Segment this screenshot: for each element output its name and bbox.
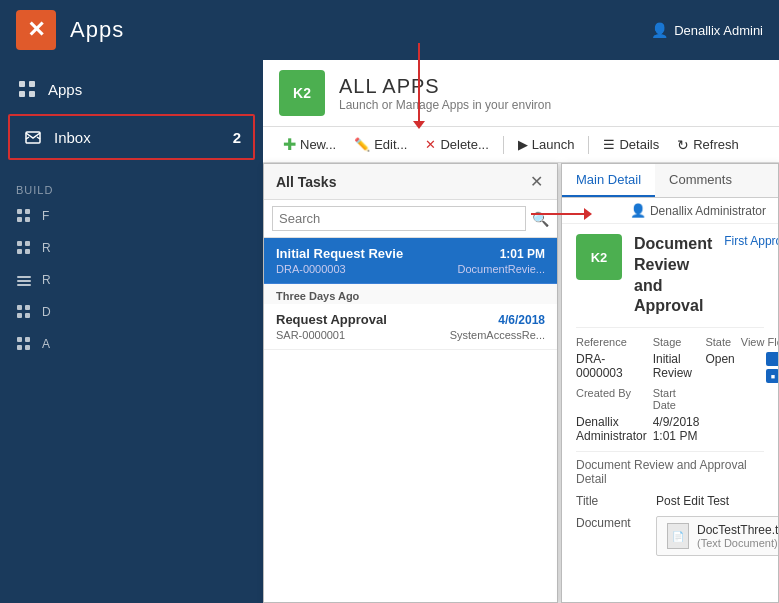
document-field-row: Document 📄 DocTestThree.txt (Text Docume… — [576, 516, 764, 556]
edit-icon: ✏️ — [354, 137, 370, 152]
delete-button[interactable]: ✕ Delete... — [417, 133, 496, 156]
file-icon: 📄 — [667, 523, 689, 549]
sidebar-item-apps[interactable]: Apps — [0, 68, 263, 110]
sidebar-inbox-label: Inbox — [54, 129, 91, 146]
tasks-close-button[interactable]: ✕ — [528, 172, 545, 191]
new-button[interactable]: ✚ New... — [275, 131, 344, 158]
title-field-row: Title Post Edit Test — [576, 494, 764, 508]
sidebar-item-b2[interactable]: R — [0, 232, 263, 264]
stage-label: Stage — [653, 336, 700, 348]
edit-button[interactable]: ✏️ Edit... — [346, 133, 415, 156]
sidebar-item-inbox[interactable]: Inbox 2 — [8, 114, 255, 160]
tab-main-detail[interactable]: Main Detail — [562, 164, 655, 197]
sidebar: Apps Inbox 2 BUILD F R R — [0, 60, 263, 603]
reference-label: Reference — [576, 336, 647, 348]
task-time-1: 1:01 PM — [500, 247, 545, 261]
user-info: 👤 Denallix Admini — [651, 22, 763, 38]
task-name-2: Request Approval — [276, 312, 387, 327]
doc-k2-icon: K2 — [576, 234, 622, 280]
svg-rect-14 — [17, 280, 31, 282]
file-name: DocTestThree.txt — [697, 523, 778, 537]
app-header: ✕ Apps 👤 Denallix Admini — [0, 0, 779, 60]
tasks-header: All Tasks ✕ — [264, 164, 557, 200]
file-type: (Text Document) — [697, 537, 778, 549]
svg-rect-2 — [19, 91, 25, 97]
state-label: State — [705, 336, 734, 348]
new-icon: ✚ — [283, 135, 296, 154]
svg-rect-5 — [17, 209, 22, 214]
all-apps-header: K2 ALL APPS Launch or Manage Apps in you… — [263, 60, 779, 127]
k2-logo: K2 — [279, 70, 325, 116]
launch-button[interactable]: ▶ Launch — [510, 133, 583, 156]
tab-comments[interactable]: Comments — [655, 164, 746, 197]
overlay-area: All Tasks ✕ 🔍 Initial Request Revie 1:01… — [263, 163, 779, 603]
title-label: Title — [576, 494, 646, 508]
doc-title: Document Review and Approval — [634, 234, 712, 317]
svg-rect-22 — [17, 345, 22, 350]
sidebar-item-b4[interactable]: D — [0, 296, 263, 328]
title-value: Post Edit Test — [656, 494, 729, 508]
svg-rect-18 — [17, 313, 22, 318]
delete-icon: ✕ — [425, 137, 436, 152]
svg-rect-0 — [19, 81, 25, 87]
svg-rect-7 — [17, 217, 22, 222]
k2-logo-text: K2 — [293, 85, 311, 101]
launch-icon: ▶ — [518, 137, 528, 152]
document-label: Document — [576, 516, 646, 530]
refresh-button[interactable]: ↻ Refresh — [669, 133, 747, 157]
detail-user-row: 👤 Denallix Administrator — [562, 198, 778, 224]
detail-body: K2 Document Review and Approval First Ap… — [562, 224, 778, 602]
details-icon: ☰ — [603, 137, 615, 152]
svg-rect-6 — [25, 209, 30, 214]
svg-rect-23 — [25, 345, 30, 350]
all-apps-subtitle: Launch or Manage Apps in your environ — [339, 98, 551, 112]
sidebar-apps-label: Apps — [48, 81, 82, 98]
svg-rect-10 — [25, 241, 30, 246]
svg-rect-1 — [29, 81, 35, 87]
all-apps-title-block: ALL APPS Launch or Manage Apps in your e… — [339, 75, 551, 112]
sidebar-section-build: BUILD — [0, 180, 263, 200]
apps-icon — [16, 78, 38, 100]
main-content: K2 ALL APPS Launch or Manage Apps in you… — [263, 60, 779, 603]
created-by-value: Denallix Administrator — [576, 415, 647, 443]
created-by-label: Created By — [576, 387, 647, 411]
svg-rect-13 — [17, 276, 31, 278]
flow-icon[interactable]: ■ ■ ■ — [741, 352, 778, 383]
sidebar-item-b5[interactable]: A — [0, 328, 263, 360]
task-name-1: Initial Request Revie — [276, 246, 403, 261]
svg-rect-11 — [17, 249, 22, 254]
main-layout: Apps Inbox 2 BUILD F R R — [0, 60, 779, 603]
detail-section-title: Document Review and Approval Detail — [576, 451, 764, 486]
detail-fields-grid: Reference Stage State View Flow DRA-0000… — [576, 327, 764, 443]
task-item-selected[interactable]: Initial Request Revie 1:01 PM DRA-000000… — [264, 238, 557, 284]
tasks-search-bar: 🔍 — [264, 200, 557, 238]
task-sub-2: SystemAccessRe... — [450, 329, 545, 341]
task-time-2: 4/6/2018 — [498, 313, 545, 327]
tasks-group-label: Three Days Ago — [264, 284, 557, 304]
svg-rect-16 — [17, 305, 22, 310]
state-value: Open — [705, 352, 734, 383]
svg-rect-9 — [17, 241, 22, 246]
app-title: Apps — [70, 17, 124, 43]
doc-stage-label[interactable]: First Approval — [724, 234, 778, 248]
sidebar-item-b3[interactable]: R — [0, 264, 263, 296]
file-info: DocTestThree.txt (Text Document) — [697, 523, 778, 549]
toolbar: ✚ New... ✏️ Edit... ✕ Delete... ▶ Launch… — [263, 127, 779, 163]
inbox-badge: 2 — [233, 129, 241, 146]
stage-value: Initial Review — [653, 352, 700, 383]
task-item-past[interactable]: Request Approval 4/6/2018 SAR-0000001 Sy… — [264, 304, 557, 350]
reference-value: DRA-0000003 — [576, 352, 647, 383]
svg-rect-15 — [17, 284, 31, 286]
search-input[interactable] — [272, 206, 526, 231]
detail-panel: Main Detail Comments 👤 Denallix Administ… — [561, 163, 779, 603]
user-name: Denallix Admini — [674, 23, 763, 38]
sidebar-item-b1[interactable]: F — [0, 200, 263, 232]
task-ref-1: DRA-0000003 — [276, 263, 346, 275]
user-detail-icon: 👤 — [630, 203, 646, 218]
user-icon: 👤 — [651, 22, 668, 38]
all-apps-title: ALL APPS — [339, 75, 551, 98]
logo-icon: ✕ — [16, 10, 56, 50]
detail-tabs: Main Detail Comments — [562, 164, 778, 198]
details-button[interactable]: ☰ Details — [595, 133, 667, 156]
doc-file-box[interactable]: 📄 DocTestThree.txt (Text Document) — [656, 516, 778, 556]
